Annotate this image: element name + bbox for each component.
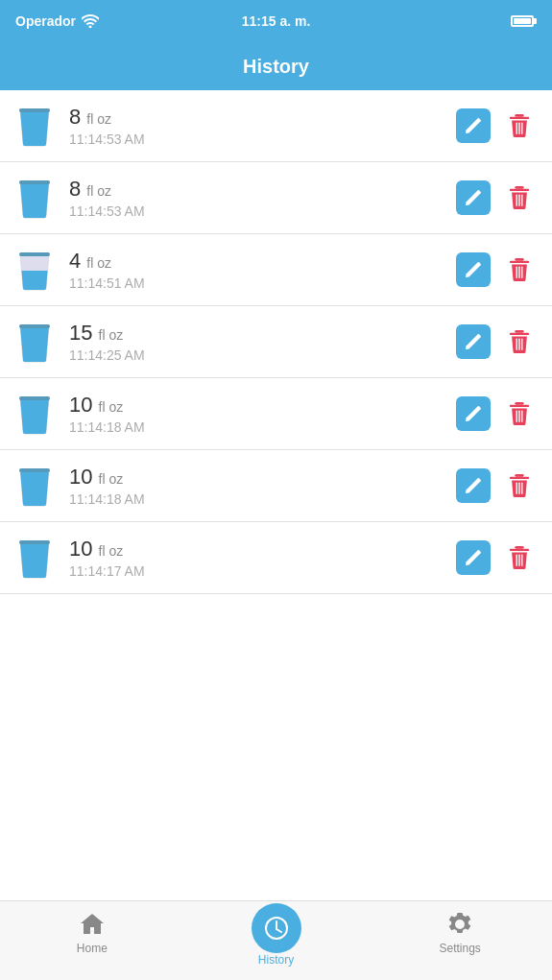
edit-button[interactable] (456, 108, 491, 143)
tab-history[interactable]: History (184, 903, 369, 967)
trash-icon (507, 473, 532, 498)
item-actions (456, 468, 537, 503)
svg-rect-3 (510, 117, 529, 119)
trash-icon (507, 113, 532, 138)
delete-button[interactable] (502, 468, 537, 503)
water-cup-icon (15, 320, 54, 364)
item-unit: fl oz (86, 183, 111, 199)
svg-rect-29 (19, 399, 50, 434)
edit-icon (464, 332, 483, 351)
trash-icon (507, 329, 532, 354)
item-time: 11:14:25 AM (69, 347, 456, 363)
edit-icon (464, 476, 483, 495)
item-unit: fl oz (99, 543, 124, 559)
nav-title: History (243, 56, 309, 78)
tab-bar: Home History Settings (0, 900, 552, 980)
delete-button[interactable] (502, 324, 537, 359)
svg-rect-39 (510, 477, 529, 479)
item-amount: 8 fl oz (69, 177, 456, 202)
delete-button[interactable] (502, 540, 537, 575)
delete-button[interactable] (502, 396, 537, 431)
edit-button[interactable] (456, 180, 491, 215)
edit-icon (464, 188, 483, 207)
edit-icon (464, 548, 483, 567)
edit-button[interactable] (456, 540, 491, 575)
item-actions (456, 252, 537, 287)
item-actions (456, 108, 537, 143)
svg-rect-45 (515, 546, 523, 549)
water-cup-icon (15, 464, 54, 508)
item-amount: 15 fl oz (69, 321, 456, 346)
carrier-label: Operador (15, 13, 76, 29)
svg-rect-14 (19, 271, 50, 290)
edit-button[interactable] (456, 396, 491, 431)
svg-rect-10 (510, 189, 529, 191)
svg-rect-17 (515, 258, 523, 261)
svg-rect-16 (19, 252, 50, 256)
item-amount: 4 fl oz (69, 249, 456, 274)
item-unit: fl oz (99, 327, 124, 343)
item-unit: fl oz (99, 399, 124, 415)
list-item: 15 fl oz 11:14:25 AM (0, 306, 552, 378)
delete-button[interactable] (502, 252, 537, 287)
item-amount: 10 fl oz (69, 465, 456, 490)
trash-icon (507, 185, 532, 210)
svg-rect-1 (19, 108, 50, 112)
item-info: 4 fl oz 11:14:51 AM (69, 249, 456, 291)
list-item: 10 fl oz 11:14:17 AM (0, 522, 552, 594)
item-unit: fl oz (86, 255, 111, 271)
svg-rect-9 (515, 186, 523, 189)
svg-rect-32 (510, 405, 529, 407)
item-amount: 8 fl oz (69, 105, 456, 130)
list-container: 8 fl oz 11:14:53 AM (0, 90, 552, 594)
svg-rect-23 (19, 324, 50, 328)
svg-rect-30 (19, 396, 50, 400)
svg-rect-43 (19, 543, 50, 578)
history-tab-circle (252, 903, 301, 953)
item-time: 11:14:18 AM (69, 491, 456, 507)
water-cup-icon (15, 176, 54, 220)
delete-button[interactable] (502, 108, 537, 143)
tab-settings[interactable]: Settings (368, 911, 552, 955)
svg-rect-15 (19, 255, 50, 271)
delete-button[interactable] (502, 180, 537, 215)
trash-icon (507, 545, 532, 570)
status-right (511, 15, 537, 27)
water-cup-icon (15, 392, 54, 436)
svg-rect-8 (19, 180, 50, 184)
item-time: 11:14:51 AM (69, 275, 456, 291)
edit-button[interactable] (456, 252, 491, 287)
list-item: 10 fl oz 11:14:18 AM (0, 378, 552, 450)
item-info: 15 fl oz 11:14:25 AM (69, 321, 456, 363)
item-amount: 10 fl oz (69, 537, 456, 562)
water-cup-icon (15, 536, 54, 580)
tab-settings-label: Settings (440, 942, 481, 955)
svg-rect-44 (19, 540, 50, 544)
tab-history-label: History (258, 953, 294, 967)
svg-rect-38 (515, 474, 523, 477)
item-unit: fl oz (99, 471, 124, 487)
status-bar: Operador 11:15 a. m. (0, 0, 552, 42)
edit-button[interactable] (456, 468, 491, 503)
tab-home[interactable]: Home (0, 911, 184, 955)
edit-icon (464, 260, 483, 279)
wifi-icon (82, 14, 99, 28)
svg-rect-37 (19, 468, 50, 472)
list-item: 4 fl oz 11:14:51 AM (0, 234, 552, 306)
svg-rect-7 (19, 183, 50, 218)
settings-icon (446, 911, 473, 938)
item-unit: fl oz (86, 111, 111, 127)
edit-icon (464, 116, 483, 135)
clock-icon (263, 915, 290, 942)
item-actions (456, 540, 537, 575)
list-item: 8 fl oz 11:14:53 AM (0, 162, 552, 234)
edit-button[interactable] (456, 324, 491, 359)
item-info: 10 fl oz 11:14:17 AM (69, 537, 456, 579)
item-time: 11:14:18 AM (69, 419, 456, 435)
item-info: 8 fl oz 11:14:53 AM (69, 177, 456, 219)
status-left: Operador (15, 13, 99, 29)
svg-rect-0 (19, 111, 50, 146)
svg-rect-22 (19, 327, 50, 362)
item-time: 11:14:17 AM (69, 563, 456, 579)
edit-icon (464, 404, 483, 423)
